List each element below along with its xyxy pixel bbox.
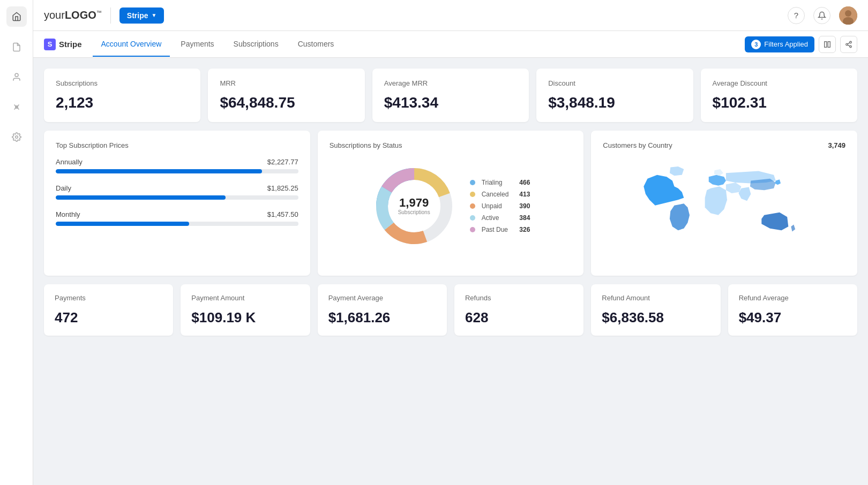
columns-icon-button[interactable]: [819, 36, 836, 53]
main-area: yourLOGO™ Stripe ▼ ?: [33, 0, 868, 485]
metric-card-discount: Discount $3,848.19: [536, 69, 693, 122]
refund-avg-value: $49.37: [739, 309, 847, 326]
filters-button[interactable]: 3 Filters Applied: [745, 36, 814, 52]
legend-name-unpaid: Unpaid: [482, 202, 509, 210]
legend-count-past-due: 326: [515, 226, 530, 233]
svg-point-0: [15, 73, 18, 77]
refund-amount-value: $6,836.58: [602, 309, 709, 326]
svg-point-4: [845, 10, 851, 17]
logo-text: yourLOGO™: [44, 9, 102, 21]
tab-bar: S Stripe Account Overview Payments Subsc…: [33, 31, 868, 58]
legend-active: Active 384: [470, 214, 530, 222]
bar-name-monthly: Monthly: [56, 210, 80, 218]
avg-discount-value: $102.31: [713, 95, 845, 111]
filter-count-badge: 3: [751, 40, 761, 49]
legend-dot-active: [470, 215, 475, 221]
stripe-s-logo: S: [44, 39, 56, 50]
svg-line-11: [848, 44, 850, 46]
metric-card-refund-amount: Refund Amount $6,836.58: [591, 284, 720, 336]
legend-name-canceled: Canceled: [482, 191, 509, 198]
bar-fill-annually: [56, 169, 262, 173]
metric-card-refunds: Refunds 628: [454, 284, 583, 336]
legend-count-canceled: 413: [515, 191, 530, 198]
top-bar-right: ?: [788, 6, 857, 25]
world-map-svg: [603, 156, 845, 263]
bar-name-annually: Annually: [56, 158, 83, 166]
bar-val-daily: $1,825.25: [267, 184, 298, 192]
bottom-row: Payments 472 Payment Amount $109.19 K Pa…: [44, 284, 857, 336]
nav-settings-icon[interactable]: [7, 127, 26, 147]
avatar[interactable]: [839, 6, 857, 25]
metric-card-payment-avg: Payment Average $1,681.26: [318, 284, 447, 336]
payments-label: Payments: [55, 294, 162, 302]
tab-subscriptions[interactable]: Subscriptions: [225, 32, 287, 57]
metric-card-mrr: MRR $64,848.75: [208, 69, 364, 122]
stripe-dropdown-button[interactable]: Stripe ▼: [119, 7, 164, 24]
map-title: Customers by Country: [603, 141, 672, 149]
payment-avg-label: Payment Average: [328, 294, 436, 302]
svg-rect-6: [825, 41, 827, 47]
stripe-brand-label: Stripe: [59, 40, 82, 49]
legend-count-trialing: 466: [515, 179, 530, 186]
payment-amount-label: Payment Amount: [191, 294, 299, 302]
metric-card-avg-discount: Average Discount $102.31: [701, 69, 857, 122]
tab-payments[interactable]: Payments: [172, 32, 222, 57]
svg-point-9: [846, 43, 848, 46]
notifications-button[interactable]: [813, 7, 830, 24]
legend-past-due: Past Due 326: [470, 226, 530, 233]
top-sub-title: Top Subscription Prices: [56, 141, 298, 149]
refund-avg-label: Refund Average: [739, 294, 847, 302]
caret-icon: ▼: [151, 12, 156, 18]
refunds-value: 628: [465, 309, 573, 326]
customers-by-country-card: Customers by Country 3,749: [591, 131, 857, 276]
bar-item-monthly: Monthly $1,457.50: [56, 210, 298, 226]
svg-rect-7: [828, 41, 830, 47]
discount-label: Discount: [548, 79, 681, 87]
refunds-label: Refunds: [465, 294, 573, 302]
legend-canceled: Canceled 413: [470, 191, 530, 198]
share-icon-button[interactable]: [840, 36, 857, 53]
help-button[interactable]: ?: [788, 7, 805, 24]
middle-row: Top Subscription Prices Annually $2,227.…: [44, 131, 857, 276]
mrr-value: $64,848.75: [220, 95, 353, 111]
discount-value: $3,848.19: [548, 95, 681, 111]
filters-label: Filters Applied: [764, 40, 808, 48]
bar-val-monthly: $1,457.50: [267, 210, 298, 218]
tab-bar-right: 3 Filters Applied: [745, 36, 857, 53]
bar-track-annually: [56, 169, 298, 173]
content-area: Subscriptions 2,123 MRR $64,848.75 Avera…: [33, 58, 868, 485]
bar-item-annually: Annually $2,227.77: [56, 158, 298, 173]
payment-amount-value: $109.19 K: [191, 309, 299, 326]
bar-item-daily: Daily $1,825.25: [56, 184, 298, 200]
metric-card-refund-avg: Refund Average $49.37: [728, 284, 857, 336]
donut-center-label: Subscriptions: [398, 209, 430, 215]
nav-rail: [0, 0, 33, 485]
legend-name-trialing: Trialing: [482, 179, 509, 186]
nav-document-icon[interactable]: [7, 37, 26, 57]
sub-status-title: Subscriptions by Status: [330, 141, 572, 149]
donut-chart: 1,979 Subscriptions: [371, 163, 457, 249]
donut-center-num: 1,979: [398, 196, 430, 209]
bar-fill-monthly: [56, 222, 189, 226]
top-subscription-prices-card: Top Subscription Prices Annually $2,227.…: [44, 131, 310, 276]
svg-point-8: [850, 41, 852, 43]
mrr-label: MRR: [220, 79, 353, 87]
svg-line-12: [848, 42, 850, 43]
bar-list: Annually $2,227.77 Daily $1,825.25: [56, 158, 298, 226]
nav-user-icon[interactable]: [7, 67, 26, 87]
legend-count-unpaid: 390: [515, 202, 530, 210]
metric-card-payments: Payments 472: [44, 284, 173, 336]
bar-track-daily: [56, 195, 298, 200]
metric-card-avg-mrr: Average MRR $413.34: [372, 69, 529, 122]
svg-point-2: [15, 136, 18, 139]
donut-legend: Trialing 466 Canceled 413 Unpaid 390: [470, 179, 530, 233]
subscriptions-value: 2,123: [56, 95, 189, 111]
nav-home-icon[interactable]: [6, 6, 27, 27]
tab-customers[interactable]: Customers: [289, 32, 343, 57]
avg-mrr-label: Average MRR: [384, 79, 517, 87]
nav-plug-icon[interactable]: [7, 97, 26, 117]
bar-val-annually: $2,227.77: [267, 158, 298, 166]
stripe-btn-label: Stripe: [127, 11, 148, 20]
bar-fill-daily: [56, 195, 226, 200]
tab-account-overview[interactable]: Account Overview: [93, 32, 170, 57]
